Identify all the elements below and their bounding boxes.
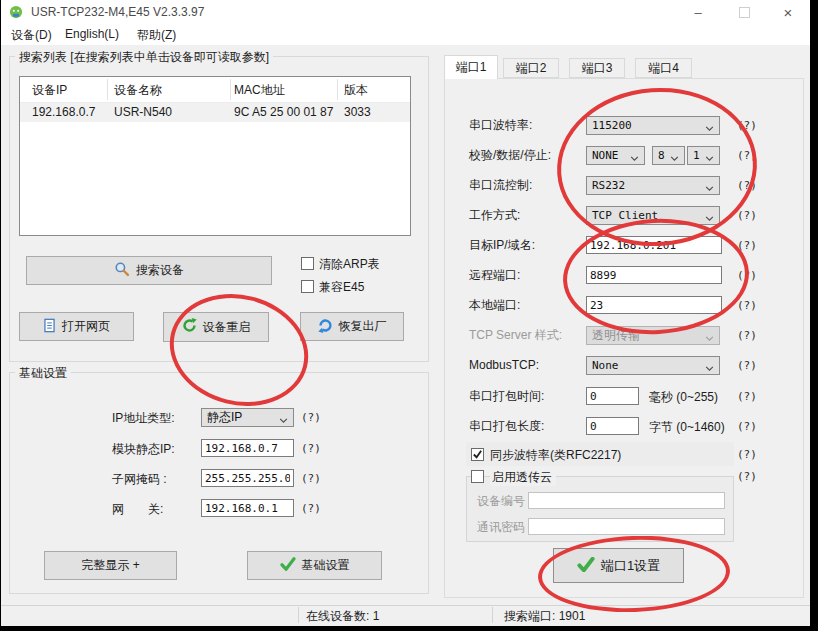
help-link[interactable]: (?) [737, 209, 757, 222]
device-id-label: 设备编号 [469, 492, 525, 510]
comm-password-input[interactable] [528, 518, 725, 535]
local-port-input[interactable] [586, 296, 722, 314]
chevron-down-icon [705, 327, 714, 345]
gateway-input[interactable] [201, 499, 294, 517]
databits-select[interactable]: 8 [652, 146, 685, 165]
remote-port-input[interactable] [586, 266, 722, 284]
local-port-label: 本地端口: [469, 296, 520, 314]
help-link[interactable]: (?) [737, 119, 757, 132]
col-version[interactable]: 版本 [344, 82, 368, 99]
column-divider [337, 79, 338, 100]
ip-type-select[interactable]: 静态IP [201, 408, 294, 427]
parity-select[interactable]: NONE [586, 146, 645, 165]
app-window: USR-TCP232-M4,E45 V2.3.3.97 – × 设备(D) En… [1, 0, 810, 626]
baud-select[interactable]: 115200 [586, 116, 720, 135]
col-device-ip[interactable]: 设备IP [32, 82, 67, 99]
basic-settings-apply-button[interactable]: 基础设置 [247, 551, 382, 580]
cell-device-ip: 192.168.0.7 [32, 105, 95, 119]
help-link[interactable]: (?) [301, 411, 321, 424]
device-list-header: 设备IP 设备名称 MAC地址 版本 [20, 77, 410, 103]
green-check-icon [280, 557, 296, 574]
pack-time-input[interactable] [586, 387, 639, 405]
flow-control-select[interactable]: RS232 [586, 176, 720, 195]
pack-length-input[interactable] [586, 417, 639, 435]
maximize-button[interactable] [729, 0, 759, 24]
web-page-icon [43, 318, 56, 336]
chevron-down-icon [630, 147, 639, 165]
sync-baud-checkbox[interactable] [471, 448, 484, 461]
help-link[interactable]: (?) [737, 420, 757, 433]
remote-port-label: 远程端口: [469, 266, 520, 284]
subnet-mask-input[interactable] [201, 469, 294, 487]
pack-length-unit: 字节 (0~1460) [649, 419, 725, 436]
menu-english[interactable]: English(L) [65, 27, 119, 41]
tab-port2[interactable]: 端口2 [503, 58, 559, 78]
col-device-name[interactable]: 设备名称 [114, 82, 162, 99]
restart-device-button[interactable]: 设备重启 [163, 312, 269, 342]
help-link[interactable]: (?) [737, 359, 757, 372]
factory-reset-button[interactable]: 恢复出厂 [300, 312, 404, 341]
chevron-down-icon [705, 177, 714, 195]
clear-arp-checkbox[interactable] [301, 257, 314, 270]
comm-password-label: 通讯密码 [469, 518, 525, 536]
help-link[interactable]: (?) [301, 442, 321, 455]
close-button[interactable]: × [773, 0, 803, 24]
minimize-button[interactable]: – [683, 0, 713, 24]
device-row[interactable]: 192.168.0.7 USR-N540 9C A5 25 00 01 87 3… [20, 103, 410, 122]
open-web-button[interactable]: 打开网页 [19, 312, 134, 341]
online-device-count: 在线设备数: 1 [306, 608, 379, 625]
help-link[interactable]: (?) [737, 299, 757, 312]
chevron-down-icon [705, 357, 714, 375]
green-check-icon [577, 557, 595, 575]
menu-bar: 设备(D) English(L) 帮助(Z) [1, 24, 810, 45]
parity-label: 校验/数据/停止: [469, 146, 551, 164]
port1-apply-button[interactable]: 端口1设置 [553, 548, 684, 583]
app-icon [9, 5, 23, 19]
chevron-down-icon [705, 117, 714, 135]
status-bar [1, 605, 810, 626]
search-list-group-title: 搜索列表 [在搜索列表中单击设备即可读取参数] [15, 49, 273, 66]
help-link[interactable]: (?) [737, 269, 757, 282]
pack-length-label: 串口打包长度: [469, 417, 544, 435]
work-mode-select[interactable]: TCP Client [586, 206, 720, 225]
device-id-input[interactable] [528, 492, 725, 509]
dest-ip-input[interactable] [586, 236, 722, 254]
col-mac[interactable]: MAC地址 [234, 82, 285, 99]
menu-help[interactable]: 帮助(Z) [137, 27, 176, 44]
static-ip-input[interactable] [201, 439, 294, 457]
help-link[interactable]: (?) [737, 448, 757, 461]
cell-device-name: USR-N540 [114, 105, 172, 119]
chevron-down-icon [279, 409, 288, 427]
help-link[interactable]: (?) [737, 239, 757, 252]
cell-version: 3033 [344, 105, 371, 119]
tab-port3[interactable]: 端口3 [569, 58, 625, 78]
stopbits-select[interactable]: 1 [687, 146, 720, 165]
sync-baud-label[interactable]: 同步波特率(类RFC2217) [490, 447, 621, 464]
cloud-enable-checkbox[interactable] [471, 470, 484, 483]
compat-e45-checkbox[interactable] [301, 280, 314, 293]
clear-arp-label[interactable]: 清除ARP表 [319, 256, 380, 273]
pack-time-label: 串口打包时间: [469, 387, 544, 405]
modbus-label: ModbusTCP: [469, 356, 539, 374]
search-device-button[interactable]: 搜索设备 [26, 256, 272, 285]
full-display-button[interactable]: 完整显示 + [44, 551, 177, 580]
help-link[interactable]: (?) [737, 390, 757, 403]
tab-port1[interactable]: 端口1 [444, 55, 498, 79]
menu-device[interactable]: 设备(D) [11, 27, 52, 44]
basic-settings-group-title: 基础设置 [15, 365, 71, 382]
help-link[interactable]: (?) [737, 470, 757, 483]
tab-port4[interactable]: 端口4 [635, 58, 692, 78]
device-list: 设备IP 设备名称 MAC地址 版本 192.168.0.7 USR-N540 … [19, 76, 411, 236]
help-link[interactable]: (?) [737, 179, 757, 192]
help-link[interactable]: (?) [737, 149, 757, 162]
pack-time-unit: 毫秒 (0~255) [649, 389, 718, 406]
help-link[interactable]: (?) [737, 329, 757, 342]
modbus-select[interactable]: None [586, 356, 720, 375]
dest-ip-label: 目标IP/域名: [469, 236, 535, 254]
cloud-enable-label[interactable]: 启用透传云 [490, 469, 556, 486]
help-link[interactable]: (?) [301, 502, 321, 515]
compat-e45-label[interactable]: 兼容E45 [319, 279, 364, 296]
chevron-down-icon [670, 147, 679, 165]
statusbar-divider [298, 607, 299, 623]
help-link[interactable]: (?) [301, 472, 321, 485]
